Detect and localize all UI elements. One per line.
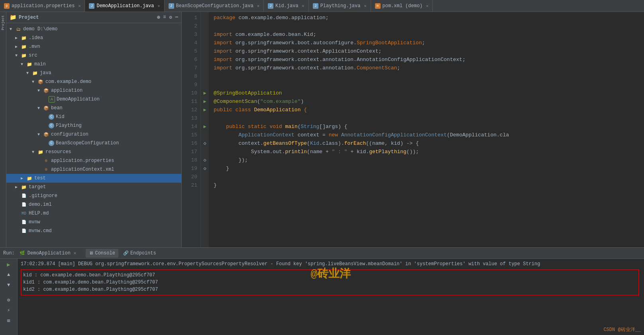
code-line-6: import org.springframework.context.annot… — [209, 55, 644, 64]
code-line-20 — [209, 173, 644, 181]
up-button[interactable]: ▲ — [5, 271, 13, 279]
settings-icon[interactable]: ⚙ — [169, 14, 172, 20]
tree-item-main[interactable]: ▼ 📁 main — [6, 60, 181, 69]
close-icon[interactable]: ✕ — [302, 4, 304, 8]
tree-item-src[interactable]: ▼ 📁 src — [6, 51, 181, 60]
code-line-21: } — [209, 181, 644, 189]
code-editor: 1 2 3 4 5 6 7 8 9 10 11 12 13 14 15 16 1… — [182, 12, 644, 247]
tree-item-demo[interactable]: ▼ 🗂 demo D:\demo — [6, 25, 181, 34]
tab-demo-application[interactable]: J DemoApplication.java ✕ — [85, 0, 164, 12]
code-line-10: @SpringBootApplication — [209, 89, 644, 97]
tab-kid[interactable]: J Kid.java ✕ — [264, 0, 309, 12]
tree-arrow: ▼ — [37, 89, 43, 93]
bottom-panel: Run: 🌿 DemoApplication ✕ 🖥 Console 🔗 End… — [0, 247, 644, 335]
close-icon[interactable]: ✕ — [426, 4, 428, 8]
iml-icon: 📄 — [21, 201, 27, 208]
tree-arrow: ▼ — [37, 132, 43, 137]
sync-icon[interactable]: ⊕ — [157, 14, 160, 20]
close-run-icon[interactable]: ✕ — [74, 250, 77, 256]
tree-item-bean[interactable]: ▼ 📦 bean — [6, 104, 181, 112]
code-line-5: import org.springframework.context.Appli… — [209, 47, 644, 55]
line-num-2: 2 — [182, 22, 197, 30]
tree-item-Kid[interactable]: ▶ C Kid — [6, 112, 181, 121]
tree-item-Plaything[interactable]: ▶ C Plaything — [6, 121, 181, 130]
xml-file-icon: ⚙ — [43, 166, 49, 173]
tree-item-BeanScopeConfiguration[interactable]: ▶ C BeanScopeConfiguration — [6, 139, 181, 148]
code-line-18: }); — [209, 156, 644, 164]
tab-application-properties[interactable]: p application.properties ✕ — [0, 0, 85, 12]
bottom-left-controls: ▶ ▲ ▼ ⚙ ⚡ ⊞ — [0, 259, 18, 335]
tree-item-mvn[interactable]: ▶ 📁 .mvn — [6, 42, 181, 51]
tree-item-mvnw-cmd[interactable]: ▶ 📄 mvnw.cmd — [6, 227, 181, 235]
code-line-4: import org.springframework.boot.autoconf… — [209, 39, 644, 47]
package-icon: 📦 — [43, 87, 49, 94]
tab-plaything[interactable]: J Plaything.java ✕ — [309, 0, 371, 12]
tab-pom[interactable]: m pom.xml (demo) ✕ — [371, 0, 433, 12]
tree-item-application[interactable]: ▼ 📦 application — [6, 86, 181, 95]
java-class-icon: C — [49, 140, 54, 146]
tree-item-java[interactable]: ▼ 📁 java — [6, 69, 181, 77]
tree-item-DemoApplication[interactable]: ▶ A DemoApplication — [6, 95, 181, 104]
code-area[interactable]: 1 2 3 4 5 6 7 8 9 10 11 12 13 14 15 16 1… — [182, 12, 644, 247]
line-numbers: 1 2 3 4 5 6 7 8 9 10 11 12 13 14 15 16 1… — [182, 12, 201, 247]
console-output-box: kid : com.example.demo.bean.Plaything@29… — [21, 269, 639, 296]
close-icon[interactable]: ✕ — [78, 4, 80, 8]
tree-item-test[interactable]: ▶ 📁 test — [6, 174, 181, 183]
tree-item-context-xml[interactable]: ▶ ⚙ applicationContext.xml — [6, 165, 181, 174]
tree-item-iml[interactable]: ▶ 📄 demo.iml — [6, 200, 181, 209]
tree-item-resources[interactable]: ▼ 📁 resources — [6, 148, 181, 156]
close-icon[interactable]: ✕ — [158, 4, 160, 8]
console-icon: 🖥 — [89, 250, 93, 256]
line-num-5: 5 — [182, 47, 197, 55]
line-num-6: 6 — [182, 55, 197, 64]
code-content[interactable]: package com.example.demo.application; im… — [209, 12, 644, 247]
tree-item-configuration[interactable]: ▼ 📦 configuration — [6, 130, 181, 139]
file-icon: 📄 — [21, 228, 27, 234]
java-spring-icon: A — [49, 96, 55, 102]
java-icon: J — [268, 3, 273, 9]
run-label: Run: — [3, 250, 15, 256]
tree-item-com[interactable]: ▼ 📦 com.example.demo — [6, 77, 181, 86]
close-icon[interactable]: ✕ — [364, 4, 366, 8]
code-line-15: ApplicationContext context = new Annotat… — [209, 131, 644, 139]
minimize-icon[interactable]: — — [175, 14, 178, 20]
line-num-11: 11 — [182, 97, 197, 106]
filter-button[interactable]: ⚡ — [5, 306, 13, 314]
tree-arrow: ▶ — [21, 176, 26, 181]
tree-item-mvnw[interactable]: ▶ 📄 mvnw — [6, 218, 181, 227]
run-gutter-icon[interactable]: ▶ — [201, 122, 209, 131]
endpoints-tab[interactable]: 🔗 Endpoints — [120, 249, 159, 258]
project-icon: 🗂 — [15, 26, 22, 32]
collapse-icon[interactable]: ≡ — [163, 14, 166, 20]
console-output[interactable]: @砖业洋 17:02:29.874 [main] DEBUG org.sprin… — [18, 259, 644, 335]
tree-item-help[interactable]: ▶ MD HELP.md — [6, 209, 181, 218]
tree-arrow: ▼ — [32, 150, 37, 154]
play-button[interactable]: ▶ — [5, 260, 13, 268]
left-panel-strip: Project — [0, 12, 6, 247]
down-button[interactable]: ▼ — [5, 281, 13, 289]
code-line-3: import com.example.demo.bean.Kid; — [209, 30, 644, 39]
run-gutter-icon[interactable]: ▶ — [201, 89, 209, 97]
project-tab[interactable]: Project — [1, 15, 5, 30]
close-icon[interactable]: ✕ — [257, 4, 259, 8]
tree-item-gitignore[interactable]: ▶ 📄 .gitignore — [6, 191, 181, 200]
console-tab[interactable]: 🖥 Console — [86, 249, 118, 258]
xml-icon: m — [375, 3, 381, 9]
tab-bean-scope[interactable]: J BeanScopeConfiguration.java ✕ — [165, 0, 264, 12]
bottom-content: ▶ ▲ ▼ ⚙ ⚡ ⊞ @砖业洋 17:02:29.874 [main] DEB… — [0, 259, 644, 335]
java-icon: J — [313, 3, 318, 9]
tree-arrow: ▶ — [15, 44, 21, 49]
layout-button[interactable]: ⊞ — [5, 317, 13, 325]
package-icon: 📦 — [43, 131, 49, 138]
run-gutter-icon[interactable]: ▶ — [201, 97, 209, 106]
file-icon: 📄 — [21, 219, 27, 225]
tree-item-idea[interactable]: ▶ 📁 .idea — [6, 34, 181, 42]
code-line-12: public class DemoApplication { — [209, 106, 644, 114]
tree-item-target[interactable]: ▶ 📁 target — [6, 183, 181, 191]
main-area: Project 📁 Project ⊕ ≡ ⚙ — ▼ 🗂 demo D:\de… — [0, 12, 644, 247]
run-gutter-icon[interactable]: ▶ — [201, 106, 209, 114]
code-line-13 — [209, 114, 644, 122]
tree-item-app-properties[interactable]: ▶ ⚙ application.properties — [6, 156, 181, 165]
settings-button[interactable]: ⚙ — [5, 296, 13, 304]
folder-icon: 📁 — [21, 35, 27, 41]
